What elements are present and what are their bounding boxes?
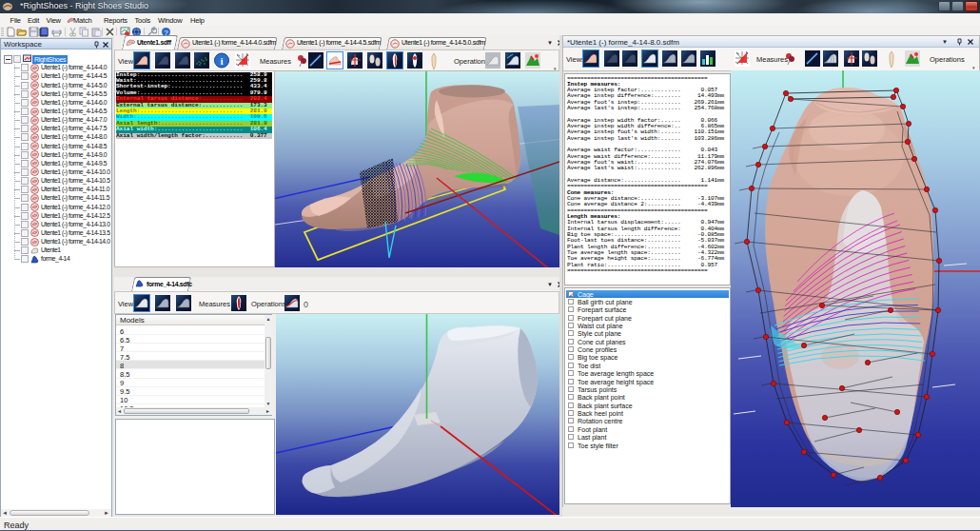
svg-text:i: i xyxy=(220,55,223,67)
